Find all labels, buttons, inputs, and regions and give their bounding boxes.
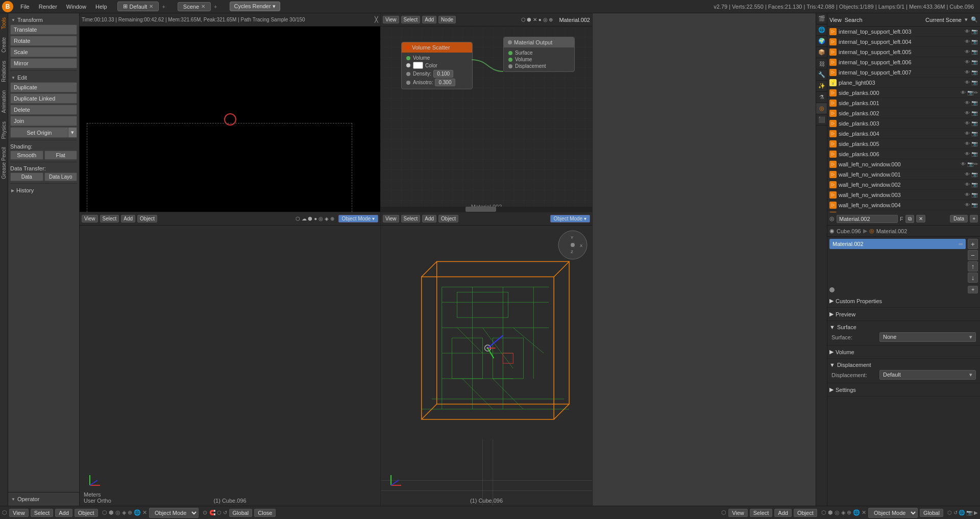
select-btn-status[interactable]: Select [31, 509, 54, 517]
scale-button[interactable]: Scale [10, 47, 77, 57]
object-tab-icon[interactable]: 📦 [816, 47, 827, 58]
join-button[interactable]: Join [10, 116, 77, 126]
flat-button[interactable]: Flat [44, 151, 78, 160]
eye-icon[interactable]: 👁 [964, 110, 971, 116]
render-icon[interactable]: 📷 [971, 141, 978, 146]
transform-global-btn-r[interactable]: Global [920, 509, 943, 517]
mode-select-r[interactable]: Object Mode [868, 508, 918, 518]
render-engine-selector[interactable]: Cycles Render ▾ [230, 2, 280, 11]
scene-close[interactable]: ✕ [201, 4, 205, 9]
node-select-btn[interactable]: Select [401, 16, 421, 23]
mat-slot-up-btn[interactable]: ↑ [968, 261, 978, 271]
displacement-dropdown[interactable]: Default ▾ [879, 370, 976, 380]
node-h-scrollbar[interactable] [381, 207, 592, 212]
constraints-tab-icon[interactable]: ⛓ [816, 58, 827, 69]
eye-icon[interactable]: 👁 [964, 182, 971, 187]
mat-plus-right-btn[interactable]: + [968, 286, 978, 293]
mirror-button[interactable]: Mirror [10, 58, 77, 68]
render-icon[interactable]: 📷 [971, 110, 978, 116]
props-close-btn[interactable]: ✕ [916, 215, 925, 223]
render-icon[interactable]: 📷 [971, 202, 978, 208]
sidebar-tab-tools[interactable]: Tools [0, 13, 8, 33]
outliner-item[interactable]: ▷ side_planks.002 👁 📷 [827, 108, 980, 118]
add-btn-status[interactable]: Add [55, 509, 72, 517]
menu-file[interactable]: File [16, 3, 34, 11]
select-btn-br[interactable]: Select [401, 215, 421, 223]
render-icon[interactable]: 📷 [971, 182, 978, 187]
transform-section-header[interactable]: ▼ Transform [10, 15, 77, 24]
outliner-item[interactable]: ▷ side_planks.003 👁 📷 [827, 118, 980, 129]
scene-tab-icon[interactable]: 🌐 [816, 24, 827, 36]
render-icon[interactable]: 📷 [971, 29, 978, 34]
volume-scatter-node[interactable]: Volume Scatter Volume Color Density: 0.1… [401, 42, 473, 89]
workspace-close[interactable]: ✕ [149, 4, 153, 9]
render-icon[interactable]: 📷 [971, 192, 978, 197]
eye-icon[interactable]: 👁 [960, 161, 967, 167]
render-icon[interactable]: 📷 [971, 131, 978, 136]
eye-icon[interactable]: 👁 [960, 90, 967, 95]
material-output-node[interactable]: Material Output Surface Volume Displacem… [503, 37, 575, 72]
sidebar-tab-relations[interactable]: Relations [0, 57, 8, 86]
render-icon[interactable]: 📷 [967, 161, 974, 167]
outliner-item[interactable]: ▷ wall_left_no_window.001 👁 📷 [827, 169, 980, 180]
outliner-dropdown-arrow[interactable]: ▾ [965, 16, 968, 23]
render-icon[interactable]: 📷 [971, 69, 978, 75]
sidebar-tab-animation[interactable]: Animation [0, 86, 8, 117]
node-view-btn[interactable]: View [383, 16, 399, 23]
material-tab-icon[interactable]: ◎ [816, 103, 827, 114]
outliner-item[interactable]: ▷ side_planks.001 👁 📷 [827, 98, 980, 108]
view-btn-status[interactable]: View [9, 509, 29, 517]
preview-header[interactable]: ▶ Preview [829, 310, 978, 318]
translate-button[interactable]: Translate [10, 24, 77, 35]
sidebar-tab-create[interactable]: Create [0, 33, 8, 57]
set-origin-button[interactable]: Set Origin [10, 127, 68, 138]
eye-icon[interactable]: 👁 [964, 131, 971, 136]
view-btn-status-r[interactable]: View [728, 509, 748, 517]
eye-icon[interactable]: 👁 [964, 59, 971, 65]
props-plus-btn[interactable]: + [970, 215, 978, 223]
render-icon[interactable]: 📷 [971, 100, 978, 106]
node-node-btn[interactable]: Node [438, 16, 456, 23]
operator-header[interactable]: ▼ Operator [10, 495, 77, 504]
render-icon[interactable]: 📷 [967, 90, 974, 95]
texture-tab-icon[interactable]: ⬛ [816, 114, 827, 126]
rotate-button[interactable]: Rotate [10, 36, 77, 46]
history-section-header[interactable]: ▶ History [10, 186, 77, 195]
breadcrumb-mat[interactable]: Material.002 [876, 228, 908, 234]
mat-slot-add-btn[interactable]: + [968, 239, 978, 249]
props-copy-btn[interactable]: ⧉ [905, 215, 914, 223]
eye-icon[interactable]: 👁 [964, 29, 971, 34]
eye-icon[interactable]: 👁 [964, 120, 971, 126]
view-btn-bl[interactable]: View [82, 215, 98, 223]
outliner-item[interactable]: ▷ internal_top_support_left.006 👁 📷 [827, 57, 980, 67]
surface-header[interactable]: ▼ Surface [829, 323, 978, 331]
volume-header[interactable]: ▶ Volume [829, 348, 978, 356]
data-btn[interactable]: Data [950, 215, 968, 223]
menu-help[interactable]: Help [91, 3, 111, 11]
eye-icon[interactable]: 👁 [964, 49, 971, 55]
mat-slot-down-btn[interactable]: ↓ [968, 273, 978, 283]
node-h-scrollthumb[interactable] [465, 207, 496, 212]
custom-properties-header[interactable]: ▶ Custom Properties [829, 296, 978, 305]
workspace-add[interactable]: + [160, 4, 167, 10]
duplicate-button[interactable]: Duplicate [10, 82, 77, 92]
data-layo-button[interactable]: Data Layo [44, 172, 78, 181]
material-slot-selected[interactable]: Material.002 ═ [829, 239, 966, 249]
displacement-section-header[interactable]: ▼ Displacement [829, 361, 978, 369]
eye-icon[interactable]: 👁 [964, 171, 971, 177]
bottom-left-3d-view[interactable]: User Ortho Meters (1) Cube.096 [80, 226, 380, 506]
eye-icon[interactable]: 👁 [964, 80, 971, 85]
outliner-item[interactable]: ▷ internal_top_support_left.003 👁 📷 [827, 27, 980, 37]
particles-tab-icon[interactable]: ✨ [816, 81, 827, 92]
object-btn-br[interactable]: Object [438, 215, 458, 223]
render-icon[interactable]: 📷 [971, 171, 978, 177]
anisotro-value[interactable]: 0.300 [435, 79, 455, 86]
outliner-item[interactable]: ▷ wall_left_no_window.004 👁 📷 [827, 200, 980, 210]
render-icon[interactable]: 📷 [971, 39, 978, 44]
menu-render[interactable]: Render [35, 3, 61, 11]
color-swatch[interactable] [413, 62, 423, 69]
node-canvas[interactable]: Volume Scatter Volume Color Density: 0.1… [381, 27, 592, 212]
modifiers-tab-icon[interactable]: 🔧 [816, 69, 827, 81]
render-icon[interactable]: 📷 [971, 151, 978, 157]
menu-window[interactable]: Window [62, 3, 90, 11]
